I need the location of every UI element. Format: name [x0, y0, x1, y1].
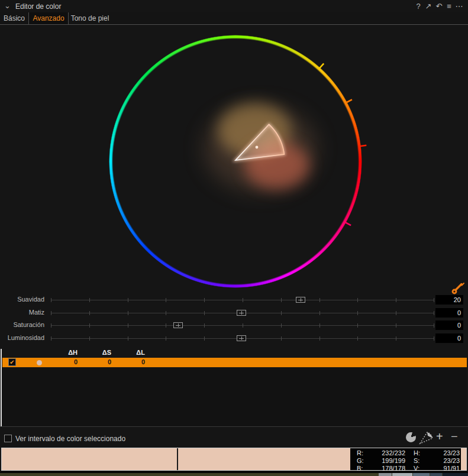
color-preview-bar: R: 232/232 H: 23/23 G: 199/199 S: 23/23 … [1, 448, 467, 471]
footer-toolbar: Ver intervalo de color seleccionado + − [0, 426, 468, 448]
color-range-row-selected[interactable]: ✔ 0 0 0 [2, 358, 467, 367]
slider-value-suavidad[interactable]: 20 [435, 295, 463, 305]
readout-label-g: G: [357, 457, 364, 464]
reset-icon[interactable]: ↶ [434, 2, 444, 11]
tab-avanzado[interactable]: Avanzado [28, 12, 69, 24]
column-header-delta-l: ΔL [111, 349, 145, 357]
slider-handle-saturacion[interactable] [173, 322, 183, 328]
pick-color-sector-icon[interactable] [418, 430, 434, 445]
readout-value-s: 23/23 [423, 457, 460, 464]
row-color-dot [37, 360, 42, 365]
edge-color-swatch [461, 448, 466, 470]
panel-title: Editor de color [15, 2, 61, 11]
view-selected-range-label: Ver intervalo de color seleccionado [15, 435, 125, 443]
table-empty-area [2, 368, 467, 426]
slider-label-saturacion: Saturación [0, 321, 44, 328]
add-color-range-button[interactable]: + [436, 430, 443, 443]
slider-label-matiz: Matiz [0, 309, 44, 316]
tab-basico[interactable]: Básico [0, 12, 28, 24]
after-color-swatch [178, 448, 350, 470]
more-icon[interactable]: ⋯ [454, 2, 464, 11]
readout-value-r: 232/232 [367, 449, 405, 456]
readout-label-h: H: [414, 449, 420, 456]
row-enabled-checkbox[interactable]: ✔ [8, 358, 16, 366]
table-left-edge [1, 349, 2, 430]
readout-value-h: 23/23 [423, 449, 460, 456]
slider-track-suavidad[interactable] [51, 300, 434, 300]
before-color-swatch [2, 448, 177, 470]
view-color-wheel-icon[interactable] [406, 432, 416, 442]
row-value-delta-l: 0 [111, 358, 145, 365]
color-picker-eyedropper-icon[interactable] [450, 282, 465, 296]
title-bar: ⌄ Editor de color ? ↗ ↶ ≡ ⋯ [0, 0, 468, 12]
detach-icon[interactable]: ↗ [424, 2, 433, 11]
collapse-chevron-icon[interactable]: ⌄ [4, 1, 11, 10]
slider-label-suavidad: Suavidad [0, 296, 44, 303]
tab-bar: Básico Avanzado Tono de piel [0, 12, 468, 25]
slider-handle-suavidad[interactable] [296, 297, 305, 303]
slider-label-luminosidad: Luminosidad [0, 334, 44, 341]
help-icon[interactable]: ? [414, 2, 423, 11]
slider-handle-matiz[interactable] [237, 310, 246, 316]
readout-label-r: R: [357, 449, 363, 456]
readout-label-s: S: [414, 457, 419, 464]
slider-value-luminosidad[interactable]: 0 [435, 333, 463, 343]
slider-handle-luminosidad[interactable] [237, 335, 246, 341]
slider-value-matiz[interactable]: 0 [435, 308, 463, 318]
row-value-delta-h: 0 [44, 358, 78, 365]
view-selected-range-checkbox[interactable] [4, 435, 12, 442]
column-header-delta-s: ΔS [78, 349, 111, 357]
menu-icon[interactable]: ≡ [444, 2, 454, 11]
background-photo-sliver [0, 471, 468, 476]
tab-tono-de-piel[interactable]: Tono de piel [67, 12, 112, 24]
color-editor-panel: ⌄ Editor de color ? ↗ ↶ ≡ ⋯ Básico Avanz… [0, 0, 468, 476]
readout-value-g: 199/199 [367, 457, 405, 464]
row-value-delta-s: 0 [78, 358, 111, 365]
slider-track-saturacion[interactable] [51, 325, 434, 326]
slider-value-saturacion[interactable]: 0 [435, 320, 463, 330]
column-header-delta-h: ΔH [44, 349, 78, 357]
sector-center-dot[interactable] [256, 146, 259, 149]
remove-color-range-button[interactable]: − [451, 430, 458, 443]
